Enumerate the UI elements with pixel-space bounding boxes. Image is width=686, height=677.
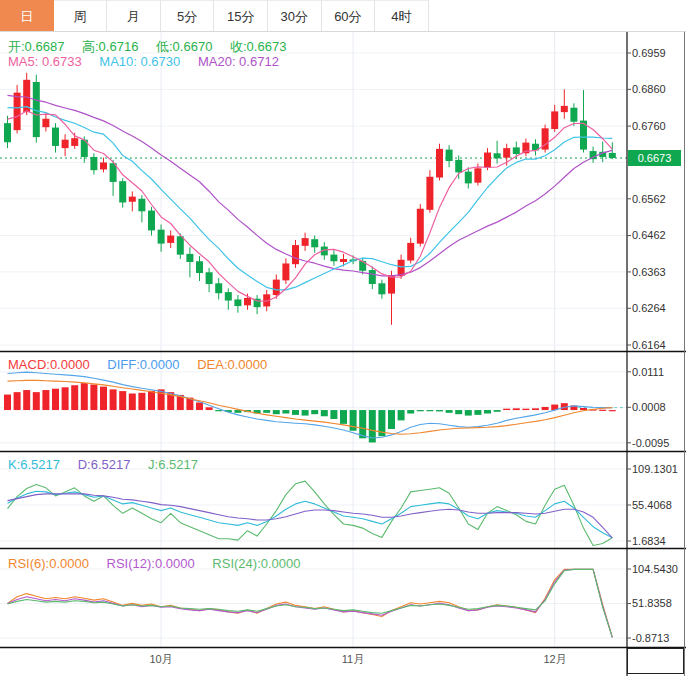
tab-weekly[interactable]: 周	[54, 0, 108, 31]
ma20-value: MA20: 0.6712	[198, 54, 279, 69]
rsi6-value: RSI(6):0.0000	[8, 556, 89, 571]
macd-axis-label: 0.0008	[632, 401, 666, 413]
macd-readout: MACD:0.0000 DIFF:0.0000 DEA:0.0000	[8, 357, 281, 372]
price-axis-label: 0.6363	[632, 266, 666, 278]
kdj-axis-label: 109.1301	[632, 463, 678, 475]
ma-readout: MA5: 0.6733 MA10: 0.6730 MA20: 0.6712	[8, 54, 293, 69]
close-value: 收:0.6673	[230, 39, 286, 54]
rsi12-value: RSI(12):0.0000	[107, 556, 195, 571]
price-axis-label: 0.6860	[632, 83, 666, 95]
month-label: 10月	[149, 652, 172, 667]
dea-value: DEA:0.0000	[197, 357, 267, 372]
price-axis-label: 0.6462	[632, 229, 666, 241]
kline-chart-app: 日 周 月 5分 15分 30分 60分 4时 开:0.6687 高:0.671…	[0, 0, 686, 677]
kdj-axis-label: 55.4068	[632, 499, 672, 511]
kdj-readout: K:6.5217 D:6.5217 J:6.5217	[8, 457, 212, 472]
price-axis-label: 0.6264	[632, 302, 666, 314]
rsi-axis-label: 51.8358	[632, 597, 672, 609]
j-value: J:6.5217	[148, 457, 198, 472]
low-value: 低:0.6670	[156, 39, 212, 54]
open-value: 开:0.6687	[8, 39, 64, 54]
current-price-badge: 0.6673	[628, 150, 681, 166]
tab-monthly[interactable]: 月	[107, 0, 161, 31]
d-value: D:6.5217	[78, 457, 131, 472]
ma10-value: MA10: 0.6730	[99, 54, 180, 69]
rsi-axis-label: -0.8713	[632, 632, 669, 644]
month-label: 12月	[543, 652, 566, 667]
month-label: 11月	[342, 652, 364, 667]
tab-daily[interactable]: 日	[0, 0, 54, 31]
kdj-axis-label: 1.6834	[632, 535, 666, 547]
tab-30min[interactable]: 30分	[268, 0, 322, 31]
ma5-value: MA5: 0.6733	[8, 54, 82, 69]
tab-4hour[interactable]: 4时	[375, 0, 429, 31]
macd-value: MACD:0.0000	[8, 357, 90, 372]
tab-60min[interactable]: 60分	[322, 0, 376, 31]
axis-corner-box	[627, 648, 684, 674]
high-value: 高:0.6716	[82, 39, 138, 54]
price-axis-label: 0.6959	[632, 47, 666, 59]
k-value: K:6.5217	[8, 457, 60, 472]
price-axis-label: 0.6562	[632, 193, 666, 205]
chart-canvas[interactable]	[0, 0, 686, 677]
diff-value: DIFF:0.0000	[107, 357, 179, 372]
macd-axis-label: -0.0095	[632, 437, 669, 449]
rsi-axis-label: 104.5430	[632, 563, 678, 575]
macd-axis-label: 0.0111	[632, 366, 664, 378]
price-axis-label: 0.6760	[632, 120, 666, 132]
rsi24-value: RSI(24):0.0000	[212, 556, 300, 571]
tab-15min[interactable]: 15分	[214, 0, 268, 31]
rsi-readout: RSI(6):0.0000 RSI(12):0.0000 RSI(24):0.0…	[8, 556, 315, 571]
period-tabbar: 日 周 月 5分 15分 30分 60分 4时	[0, 0, 686, 32]
tab-5min[interactable]: 5分	[161, 0, 215, 31]
price-axis-label: 0.6164	[632, 339, 666, 351]
